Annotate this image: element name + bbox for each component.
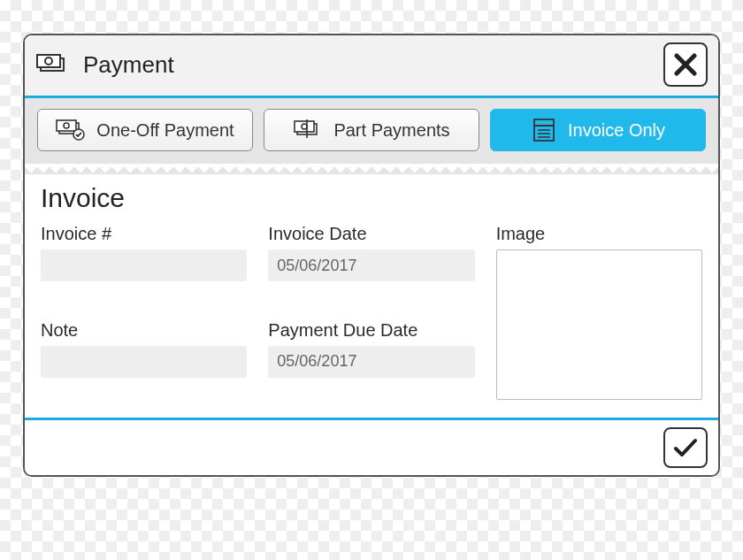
tab-label: Part Payments: [333, 120, 449, 141]
field-label: Invoice #: [41, 224, 247, 244]
svg-rect-6: [57, 120, 76, 131]
cash-split-icon: [293, 119, 323, 141]
close-icon: [673, 52, 698, 77]
field-label: Image: [496, 224, 702, 244]
cash-icon: [35, 51, 71, 78]
note-input[interactable]: [41, 346, 247, 378]
check-icon: [672, 436, 699, 459]
receipt-edge-decoration: [25, 164, 718, 174]
form-grid: Invoice # Invoice Date Image Note Paymen…: [41, 224, 702, 400]
field-label: Invoice Date: [268, 224, 474, 244]
invoice-section: Invoice Invoice # Invoice Date Image Not…: [25, 174, 718, 418]
field-label: Payment Due Date: [268, 320, 474, 341]
field-label: Note: [41, 320, 247, 341]
tab-invoice-only[interactable]: Invoice Only: [490, 109, 706, 151]
tabs: One-Off Payment Part Payments: [25, 98, 718, 164]
payment-modal: Payment One-Off Payment: [23, 34, 720, 477]
header-left: Payment: [35, 51, 174, 79]
invoice-date-input[interactable]: [268, 249, 474, 281]
confirm-button[interactable]: [663, 427, 708, 468]
invoice-doc-icon: [531, 117, 557, 143]
tab-one-off-payment[interactable]: One-Off Payment: [37, 109, 253, 151]
field-invoice-number: Invoice #: [41, 224, 247, 304]
close-button[interactable]: [663, 42, 708, 87]
field-image: Image: [496, 224, 702, 400]
tab-part-payments[interactable]: Part Payments: [264, 109, 479, 151]
cash-check-icon: [56, 119, 86, 141]
field-invoice-date: Invoice Date: [268, 224, 474, 304]
modal-header: Payment: [25, 35, 718, 98]
svg-rect-10: [295, 121, 314, 132]
section-title: Invoice: [41, 183, 702, 213]
modal-title: Payment: [83, 51, 174, 79]
image-upload-box[interactable]: [496, 249, 702, 400]
field-note: Note: [41, 320, 247, 401]
due-date-input[interactable]: [268, 346, 474, 378]
field-due-date: Payment Due Date: [268, 320, 474, 401]
invoice-number-input[interactable]: [41, 249, 247, 281]
tab-label: One-Off Payment: [96, 120, 234, 141]
modal-footer: [25, 418, 718, 475]
tab-label: Invoice Only: [568, 120, 665, 141]
